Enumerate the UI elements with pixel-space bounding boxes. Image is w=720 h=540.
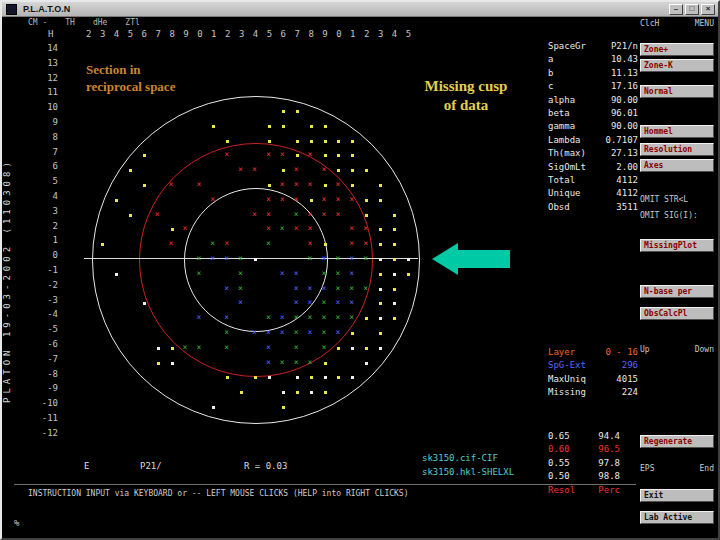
reflection-cross: × bbox=[322, 329, 327, 337]
reflection-cross: × bbox=[280, 196, 285, 204]
close-button[interactable]: × bbox=[701, 4, 715, 15]
titlebar[interactable]: P.L.A.T.O.N – □ × bbox=[2, 2, 718, 17]
sidebar-button-normal[interactable]: Normal bbox=[640, 85, 714, 98]
reflection-dot bbox=[379, 243, 382, 246]
reflection-dot bbox=[226, 376, 229, 379]
reflection-cross: × bbox=[294, 344, 299, 352]
window-controls: – □ × bbox=[669, 4, 718, 15]
sidebar-button-lab-active[interactable]: Lab Active bbox=[640, 511, 714, 524]
status-divider bbox=[14, 484, 636, 485]
reflection-dot bbox=[282, 110, 285, 113]
reflection-cross: × bbox=[308, 240, 313, 248]
reflection-cross: × bbox=[183, 225, 188, 233]
reflection-dot bbox=[310, 376, 313, 379]
reflection-cross: × bbox=[266, 359, 271, 367]
reflection-cross: × bbox=[308, 225, 313, 233]
prompt-char: % bbox=[14, 518, 19, 528]
reflection-dot bbox=[365, 362, 368, 365]
reflection-cross: × bbox=[280, 225, 285, 233]
reflection-cross: × bbox=[196, 270, 201, 278]
minimize-button[interactable]: – bbox=[669, 4, 683, 15]
reflection-dot bbox=[324, 243, 327, 246]
reflection-cross: × bbox=[169, 240, 174, 248]
reflection-cross: × bbox=[335, 255, 340, 263]
hkl-file-label: sk3150.hkl-SHELXL bbox=[422, 467, 514, 477]
reflection-cross: × bbox=[294, 166, 299, 174]
reflection-dot bbox=[379, 288, 382, 291]
sidebar-button-zone[interactable]: Zone+ bbox=[640, 43, 714, 56]
reflection-cross: × bbox=[363, 225, 368, 233]
cell-stat-row: c17.16 bbox=[548, 81, 638, 94]
sidebar-label-text: Up bbox=[640, 345, 650, 354]
reflection-dot bbox=[379, 347, 382, 350]
reflection-cross: × bbox=[266, 329, 271, 337]
reflection-cross: × bbox=[322, 344, 327, 352]
reflection-cross: × bbox=[266, 151, 271, 159]
reflection-dot bbox=[379, 273, 382, 276]
reflection-cross: × bbox=[322, 255, 327, 263]
reflection-cross: × bbox=[294, 270, 299, 278]
reflection-cross: × bbox=[238, 299, 243, 307]
reflection-dot bbox=[393, 273, 396, 276]
reflection-cross: × bbox=[335, 196, 340, 204]
reflection-dot bbox=[296, 376, 299, 379]
reflection-dot bbox=[282, 391, 285, 394]
reflection-dot bbox=[268, 125, 271, 128]
reflection-dot bbox=[282, 125, 285, 128]
r-factor-label: R = 0.03 bbox=[244, 461, 287, 471]
sidebar-button-exit[interactable]: Exit bbox=[640, 489, 714, 502]
reflection-dot bbox=[324, 391, 327, 394]
sidebar-button-n-base-per[interactable]: N-base per bbox=[640, 285, 714, 298]
sidebar-button-obscalcpl[interactable]: ObsCalcPl bbox=[640, 307, 714, 320]
reflection-dot bbox=[282, 406, 285, 409]
sidebar-button-resolution[interactable]: Resolution bbox=[640, 143, 714, 156]
reflection-dot bbox=[351, 347, 354, 350]
reflection-cross: × bbox=[308, 151, 313, 159]
reflection-dot bbox=[115, 273, 118, 276]
reflection-cross: × bbox=[294, 299, 299, 307]
maximize-button[interactable]: □ bbox=[685, 4, 699, 15]
reflection-cross: × bbox=[280, 359, 285, 367]
reflection-cross: × bbox=[335, 211, 340, 219]
reflection-cross: × bbox=[322, 270, 327, 278]
layer-stat-row: Missing224 bbox=[548, 387, 638, 400]
reflection-cross: × bbox=[183, 344, 188, 352]
reflection-cross: × bbox=[224, 285, 229, 293]
sidebar-button-hommel[interactable]: Hommel bbox=[640, 125, 714, 138]
layer-stat-row: MaxUniq4015 bbox=[548, 374, 638, 387]
reflection-cross: × bbox=[266, 196, 271, 204]
sidebar-button-regenerate[interactable]: Regenerate bbox=[640, 435, 714, 448]
reflection-dot bbox=[129, 214, 132, 217]
annotation-section-label: Section in reciprocal space bbox=[86, 61, 175, 95]
reflection-dot bbox=[254, 258, 257, 261]
resolution-stat-row: 0.5597.8 bbox=[548, 458, 620, 471]
reflection-cross: × bbox=[335, 181, 340, 189]
reflection-cross: × bbox=[266, 314, 271, 322]
sidebar-button-axes[interactable]: Axes bbox=[640, 159, 714, 172]
reflection-dot bbox=[310, 125, 313, 128]
arrow-shaft bbox=[458, 250, 510, 268]
reflection-cross: × bbox=[294, 211, 299, 219]
reflection-dot bbox=[337, 169, 340, 172]
reflection-dot bbox=[254, 376, 257, 379]
reflection-cross: × bbox=[266, 344, 271, 352]
reflection-dot bbox=[393, 317, 396, 320]
reflection-cross: × bbox=[210, 255, 215, 263]
cell-stat-row: SpaceGrP21/n bbox=[548, 41, 638, 54]
reflection-dot bbox=[337, 347, 340, 350]
reflection-cross: × bbox=[210, 240, 215, 248]
reflection-cross: × bbox=[322, 196, 327, 204]
reflection-dot bbox=[351, 140, 354, 143]
sidebar-label-omit-str-l: OMIT STR<L bbox=[640, 195, 714, 204]
reflection-cross: × bbox=[322, 299, 327, 307]
sidebar-button-zone-k[interactable]: Zone-K bbox=[640, 59, 714, 72]
reflection-cross: × bbox=[363, 285, 368, 293]
arrow-head bbox=[432, 243, 458, 275]
reflection-cross: × bbox=[294, 329, 299, 337]
reflection-dot bbox=[365, 169, 368, 172]
reflection-cross: × bbox=[335, 270, 340, 278]
reflection-dot bbox=[379, 302, 382, 305]
sidebar-button-missingplot[interactable]: MissingPlot bbox=[640, 239, 714, 252]
missing-cusp-arrow-icon bbox=[432, 243, 512, 275]
layer-stat-row: Layer0 - 16 bbox=[548, 347, 638, 360]
